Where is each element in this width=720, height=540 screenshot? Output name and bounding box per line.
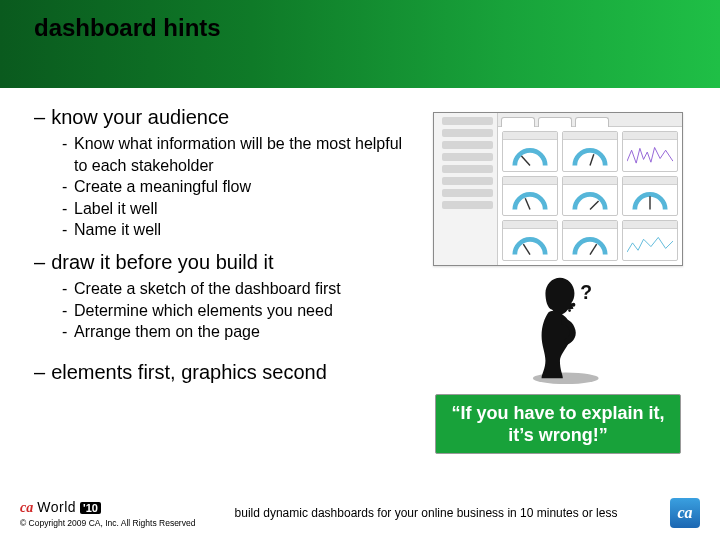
sparkline-icon [627, 231, 673, 257]
illustration: ? “If you have to explain it, it’s wrong… [430, 112, 686, 454]
gauge-icon [511, 148, 549, 168]
section-heading: –draw it before you build it [34, 251, 422, 274]
svg-point-10 [568, 309, 571, 312]
list-item: -Know what information will be the most … [62, 133, 422, 176]
section-heading: –elements first, graphics second [34, 361, 422, 384]
slide-body: –know your audience -Know what informati… [0, 88, 720, 454]
gauge-icon [511, 192, 549, 212]
mock-tabs [498, 113, 682, 127]
brand-year-badge: '10 [80, 502, 101, 514]
mock-card [562, 176, 618, 217]
section-heading: –know your audience [34, 106, 422, 129]
mock-card [622, 220, 678, 261]
heading-text: know your audience [51, 106, 229, 128]
list-item: -Label it well [62, 198, 422, 220]
gauge-icon [571, 192, 609, 212]
list-item: -Determine which elements you need [62, 300, 422, 322]
svg-line-1 [590, 154, 594, 165]
svg-line-0 [521, 156, 530, 166]
hyphen-bullet-icon: - [62, 321, 74, 343]
svg-line-2 [525, 199, 530, 210]
title-band: dashboard hints [0, 0, 720, 88]
mock-card [562, 220, 618, 261]
list-item: -Arrange them on the page [62, 321, 422, 343]
bullet-list: -Create a sketch of the dashboard first … [34, 278, 422, 343]
illustration-column: ? “If you have to explain it, it’s wrong… [430, 106, 686, 454]
mock-sidebar [434, 113, 498, 265]
bullet-text: Name it well [74, 219, 404, 241]
footer-left: caWorld '10 © Copyright 2009 CA, Inc. Al… [20, 499, 200, 528]
footer-tagline: build dynamic dashboards for your online… [200, 506, 652, 520]
gauge-icon [631, 192, 669, 212]
svg-line-5 [523, 244, 530, 254]
bullet-text: Create a meaningful flow [74, 176, 404, 198]
ca-logo-icon: ca [670, 498, 700, 528]
mock-card [622, 131, 678, 172]
bullet-text: Arrange them on the page [74, 321, 404, 343]
copyright-text: © Copyright 2009 CA, Inc. All Rights Res… [20, 518, 195, 528]
mock-card [502, 176, 558, 217]
mock-card [622, 176, 678, 217]
gauge-icon [571, 148, 609, 168]
slide-footer: caWorld '10 © Copyright 2009 CA, Inc. Al… [0, 486, 720, 540]
dashboard-mockup [433, 112, 683, 266]
svg-text:?: ? [580, 282, 592, 303]
list-item: -Create a sketch of the dashboard first [62, 278, 422, 300]
heading-text: elements first, graphics second [51, 361, 327, 383]
bullet-list: -Know what information will be the most … [34, 133, 422, 241]
heading-text: draw it before you build it [51, 251, 273, 273]
brand-ca: ca [20, 500, 33, 516]
dash-bullet-icon: – [34, 361, 45, 384]
mock-card [562, 131, 618, 172]
svg-point-9 [572, 303, 576, 307]
sparkline-icon [627, 142, 673, 168]
gauge-icon [571, 237, 609, 257]
mock-card [502, 220, 558, 261]
content-column: –know your audience -Know what informati… [34, 106, 422, 454]
slide: dashboard hints –know your audience -Kno… [0, 0, 720, 540]
bullet-text: Determine which elements you need [74, 300, 404, 322]
hyphen-bullet-icon: - [62, 176, 74, 198]
bullet-text: Label it well [74, 198, 404, 220]
mock-card [502, 131, 558, 172]
dash-bullet-icon: – [34, 251, 45, 274]
list-item: -Create a meaningful flow [62, 176, 422, 198]
hyphen-bullet-icon: - [62, 198, 74, 220]
mock-pane [502, 131, 678, 261]
svg-line-6 [590, 244, 597, 254]
caworld-brand: caWorld '10 [20, 499, 101, 516]
hyphen-bullet-icon: - [62, 133, 74, 176]
svg-line-3 [590, 201, 599, 210]
hyphen-bullet-icon: - [62, 278, 74, 300]
brand-world: World [37, 499, 76, 515]
callout-box: “If you have to explain it, it’s wrong!” [435, 394, 681, 454]
thinker-icon: ? [507, 270, 609, 386]
list-item: -Name it well [62, 219, 422, 241]
dash-bullet-icon: – [34, 106, 45, 129]
bullet-text: Create a sketch of the dashboard first [74, 278, 404, 300]
hyphen-bullet-icon: - [62, 300, 74, 322]
gauge-icon [511, 237, 549, 257]
bullet-text: Know what information will be the most h… [74, 133, 404, 176]
slide-title: dashboard hints [34, 14, 686, 42]
callout-text: “If you have to explain it, it’s wrong!” [446, 402, 670, 447]
footer-right: ca [652, 498, 700, 528]
hyphen-bullet-icon: - [62, 219, 74, 241]
